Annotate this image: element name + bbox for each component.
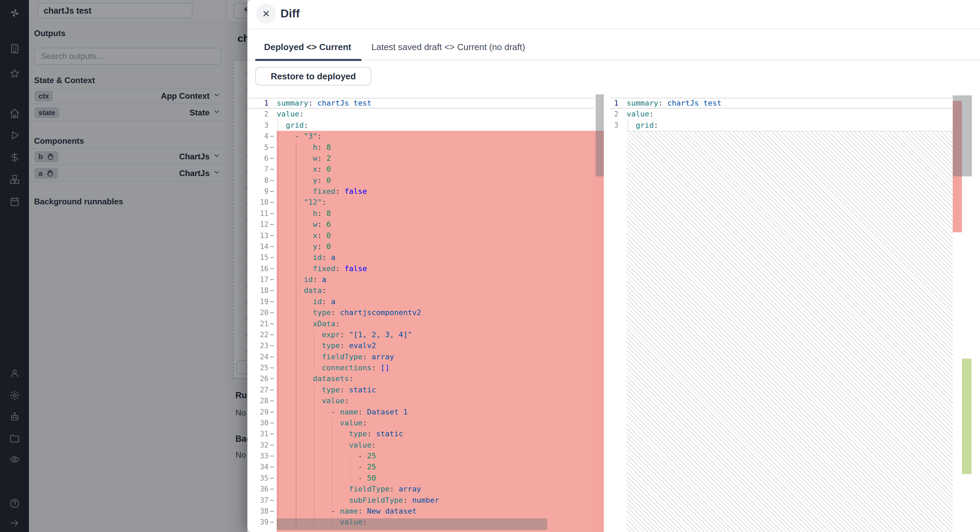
code-line: 30− value: xyxy=(247,418,594,429)
code-line: 14− y: 0 xyxy=(247,241,594,252)
overview-added-marker-right xyxy=(962,359,972,474)
active-tab-underline xyxy=(255,59,361,61)
code-line: 31− type: static xyxy=(247,429,594,439)
code-line: 10− "12": xyxy=(247,197,594,208)
code-line: 33− - 25 xyxy=(247,451,594,462)
header-divider xyxy=(247,29,980,29)
vertical-scrollbar-right[interactable] xyxy=(953,95,972,176)
code-line: 12− w: 6 xyxy=(247,219,594,230)
diff-editor-current[interactable]: 1summary: chartJs test2value:3 grid: xyxy=(610,98,953,131)
code-line: 22− expr: "[1, 2, 3, 4]" xyxy=(247,329,594,340)
code-line: 29− - name: Dataset 1 xyxy=(247,407,594,418)
code-line: 34− - 25 xyxy=(247,462,594,472)
code-line: 11− h: 8 xyxy=(247,208,594,219)
code-line: 1summary: chartJs test xyxy=(610,98,953,109)
code-line: 3 grid: xyxy=(610,120,953,131)
code-line: 18− data: xyxy=(247,285,594,296)
code-line: 23− type: evalv2 xyxy=(247,340,594,351)
drawer-title: Diff xyxy=(280,7,300,20)
code-line: 2value: xyxy=(247,109,594,119)
code-line: 5− h: 8 xyxy=(247,142,594,153)
code-line: 6− w: 2 xyxy=(247,153,594,164)
tab-draft-current[interactable]: Latest saved draft <> Current (no draft) xyxy=(371,34,525,60)
diff-drawer: Diff Deployed <> Current Latest saved dr… xyxy=(247,0,980,532)
close-button[interactable] xyxy=(256,4,276,24)
code-line: 37− subFieldType: number xyxy=(247,495,594,506)
code-line: 28− value: xyxy=(247,395,594,407)
code-line: 25− connections: [] xyxy=(247,362,594,373)
code-line: 9− fixed: false xyxy=(247,186,594,197)
code-line: 32− value: xyxy=(247,440,594,451)
code-line: 4− - "3": xyxy=(247,131,594,142)
code-line: 26− datasets: xyxy=(247,373,594,384)
code-line: 19− id: a xyxy=(247,296,594,307)
code-line: 13− x: 0 xyxy=(247,230,594,241)
code-line: 27− type: static xyxy=(247,384,594,395)
app-root: Outputs State & Context ctx App Context … xyxy=(0,0,980,532)
code-line: 7− x: 0 xyxy=(247,164,594,175)
code-line: 35− - 50 xyxy=(247,473,594,484)
code-line: 20− type: chartjscomponentv2 xyxy=(247,307,594,318)
code-line: 17− id: a xyxy=(247,274,594,285)
close-icon xyxy=(262,9,270,18)
code-line: 21− xData: xyxy=(247,318,594,329)
restore-to-deployed-button[interactable]: Restore to deployed xyxy=(255,67,371,86)
code-line: 15− id: a xyxy=(247,252,594,263)
vertical-scrollbar-left[interactable] xyxy=(596,94,604,176)
code-line: 38− - name: New dataset xyxy=(247,506,594,517)
modal-backdrop[interactable] xyxy=(0,0,247,532)
overview-removed-marker-left xyxy=(593,131,604,532)
code-line: 3 grid: xyxy=(247,120,594,131)
horizontal-scrollbar-left[interactable] xyxy=(277,518,547,530)
removed-region-hatch xyxy=(627,131,953,532)
code-line: 1summary: chartJs test xyxy=(247,98,594,109)
code-line: 24− fieldType: array xyxy=(247,351,594,362)
code-line: 8− y: 0 xyxy=(247,175,594,186)
code-line: 2value: xyxy=(610,109,953,119)
code-line: 36− fieldType: array xyxy=(247,484,594,494)
tab-deployed-current[interactable]: Deployed <> Current xyxy=(264,34,351,60)
code-line: 16− fixed: false xyxy=(247,263,594,274)
diff-editor-deployed[interactable]: 1summary: chartJs test2value:3 grid:4− -… xyxy=(247,98,594,528)
diff-tabs: Deployed <> Current Latest saved draft <… xyxy=(247,34,980,60)
